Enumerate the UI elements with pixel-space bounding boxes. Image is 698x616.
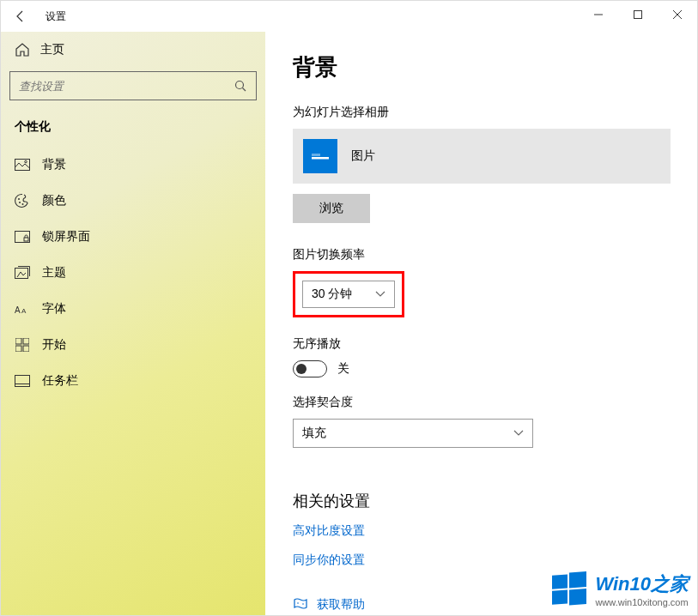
chevron-down-icon	[375, 291, 385, 298]
svg-rect-16	[15, 338, 21, 344]
minimize-button[interactable]	[579, 1, 618, 28]
related-title: 相关的设置	[293, 491, 673, 511]
interval-highlight: 30 分钟	[293, 271, 404, 317]
svg-rect-20	[15, 376, 30, 387]
window-title: 设置	[46, 9, 66, 24]
watermark: Win10之家 www.win10xitong.com	[550, 571, 689, 608]
search-icon	[234, 79, 247, 93]
link-sync[interactable]: 同步你的设置	[293, 553, 673, 568]
svg-point-26	[302, 603, 304, 605]
svg-text:A: A	[21, 307, 27, 315]
svg-rect-19	[23, 346, 29, 352]
link-contrast[interactable]: 高对比度设置	[293, 523, 673, 539]
nav-label: 任务栏	[42, 373, 78, 389]
nav-label: 字体	[42, 301, 66, 317]
help-icon	[293, 597, 308, 613]
sidebar-item-taskbar[interactable]: 任务栏	[9, 363, 257, 399]
sidebar-item-lockscreen[interactable]: 锁屏界面	[9, 219, 257, 255]
nav-label: 锁屏界面	[42, 229, 90, 245]
svg-rect-24	[312, 154, 320, 156]
close-button[interactable]	[658, 1, 697, 28]
search-box[interactable]	[9, 71, 257, 100]
svg-point-25	[297, 602, 299, 604]
sidebar-item-fonts[interactable]: AA 字体	[9, 291, 257, 327]
sidebar-item-colors[interactable]: 颜色	[9, 183, 257, 219]
nav-label: 主题	[42, 265, 66, 281]
interval-dropdown[interactable]: 30 分钟	[302, 281, 395, 308]
svg-text:A: A	[15, 305, 21, 315]
interval-value: 30 分钟	[312, 287, 352, 302]
svg-rect-17	[23, 338, 29, 344]
main-panel: 背景 为幻灯片选择相册 图片 浏览 图片切换频率 30 分钟 无序播放 关	[265, 32, 697, 615]
album-name: 图片	[351, 148, 375, 164]
sidebar-item-start[interactable]: 开始	[9, 327, 257, 363]
home-icon	[15, 42, 30, 57]
chevron-down-icon	[513, 430, 524, 437]
shuffle-label: 无序播放	[293, 336, 673, 352]
shuffle-status: 关	[337, 361, 349, 377]
toggle-knob	[296, 364, 307, 374]
svg-point-10	[22, 203, 24, 205]
font-icon: AA	[15, 301, 30, 317]
taskbar-icon	[15, 373, 30, 389]
album-section-label: 为幻灯片选择相册	[293, 105, 673, 120]
theme-icon	[15, 265, 30, 281]
svg-rect-1	[634, 11, 642, 19]
svg-rect-28	[569, 571, 586, 588]
page-title: 背景	[293, 52, 673, 82]
folder-icon	[303, 139, 337, 173]
fit-label: 选择契合度	[293, 395, 673, 410]
sidebar: 主页 个性化 背景 颜色	[1, 32, 265, 615]
fit-dropdown[interactable]: 填充	[293, 419, 533, 448]
album-box[interactable]: 图片	[293, 129, 671, 184]
watermark-url: www.win10xitong.com	[595, 597, 689, 607]
windows-logo-icon	[550, 571, 588, 608]
svg-point-4	[236, 82, 244, 89]
svg-line-5	[243, 88, 246, 92]
lockscreen-icon	[15, 229, 30, 245]
svg-rect-23	[312, 157, 329, 160]
watermark-title: Win10之家	[595, 571, 689, 597]
search-input[interactable]	[19, 80, 234, 93]
nav-label: 颜色	[42, 193, 66, 208]
browse-button[interactable]: 浏览	[293, 194, 370, 223]
home-nav[interactable]: 主页	[9, 32, 257, 71]
svg-rect-27	[552, 575, 568, 589]
help-label: 获取帮助	[317, 597, 365, 613]
back-button[interactable]	[1, 1, 40, 32]
svg-rect-29	[552, 590, 568, 605]
svg-rect-12	[24, 238, 28, 241]
start-icon	[15, 337, 30, 353]
sidebar-item-background[interactable]: 背景	[9, 147, 257, 183]
nav-label: 背景	[42, 157, 66, 172]
home-label: 主页	[40, 42, 64, 57]
svg-rect-30	[569, 589, 586, 605]
fit-value: 填充	[302, 426, 326, 441]
svg-rect-18	[15, 346, 21, 352]
svg-point-9	[19, 202, 21, 203]
nav-label: 开始	[42, 337, 66, 353]
shuffle-toggle[interactable]	[293, 360, 327, 377]
picture-icon	[15, 157, 30, 172]
interval-label: 图片切换频率	[293, 247, 673, 263]
maximize-button[interactable]	[618, 1, 658, 28]
sidebar-item-themes[interactable]: 主题	[9, 255, 257, 291]
titlebar: 设置	[1, 1, 697, 32]
section-title: 个性化	[9, 116, 257, 147]
palette-icon	[15, 193, 30, 208]
svg-point-8	[18, 198, 20, 200]
svg-point-7	[25, 160, 27, 163]
